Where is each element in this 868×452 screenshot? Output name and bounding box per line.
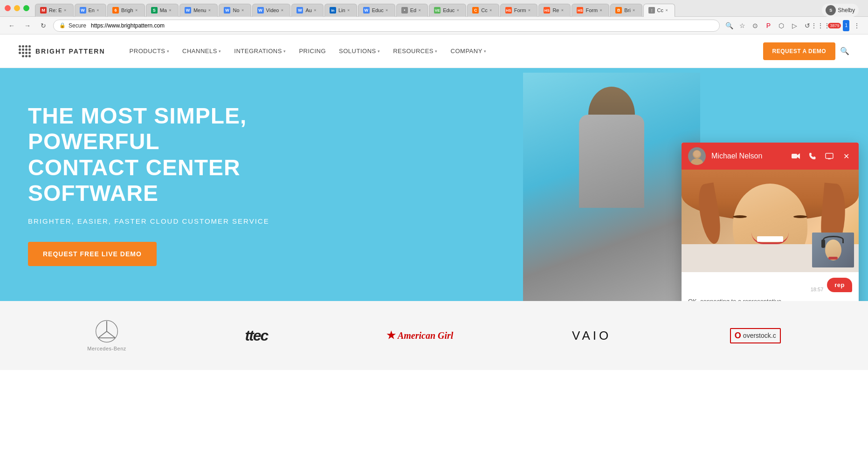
- logo-american-girl: ★ American Girl: [386, 329, 453, 342]
- nav-integrations-label: INTEGRATIONS: [234, 48, 282, 55]
- tab-label: Re: [552, 7, 559, 13]
- profile-avatar: S: [826, 5, 836, 15]
- profile-button[interactable]: S Shelby: [822, 4, 859, 17]
- tab-favicon-icon: 6: [112, 7, 119, 14]
- app-launcher-icon[interactable]: ⋮⋮⋮: [815, 20, 826, 31]
- extensions-icon[interactable]: 1: [843, 20, 849, 31]
- search-icon[interactable]: 🔍: [723, 20, 735, 31]
- tab-close-button[interactable]: ×: [95, 7, 101, 14]
- nav-channels[interactable]: CHANNELS ▾: [177, 45, 227, 57]
- tab-close-button[interactable]: ×: [62, 7, 69, 14]
- site-logo[interactable]: BRIGHT PATTERN: [19, 45, 105, 57]
- browser-tab[interactable]: VE Educ ×: [429, 4, 466, 17]
- browser-tab[interactable]: W Au ×: [291, 4, 323, 17]
- tab-label: Educ: [443, 7, 455, 13]
- search-button[interactable]: 🔍: [840, 47, 849, 55]
- tab-close-button[interactable]: ×: [167, 7, 173, 14]
- browser-tab[interactable]: W No ×: [219, 4, 251, 17]
- tab-close-button[interactable]: ×: [488, 7, 494, 14]
- hero-title: THE MOST SIMPLE, POWERFULCONTACT CENTER …: [28, 103, 331, 206]
- refresh-button[interactable]: ↻: [37, 20, 49, 32]
- tab-close-button[interactable]: ×: [416, 7, 423, 14]
- browser-tab[interactable]: B Bri ×: [610, 4, 642, 17]
- tab-close-button[interactable]: ×: [345, 7, 352, 14]
- tab-close-button[interactable]: ×: [631, 7, 637, 14]
- chevron-down-icon: ▾: [378, 49, 380, 54]
- browser-titlebar: M Re: E × W En × 6 Brigh × S Ma × W Menu…: [0, 0, 868, 17]
- browser-tab[interactable]: HS Re ×: [538, 4, 571, 17]
- video-camera-button[interactable]: [790, 150, 802, 162]
- tab-close-button[interactable]: ×: [384, 7, 390, 14]
- svg-rect-3: [792, 154, 797, 158]
- minimize-window-button[interactable]: [14, 5, 20, 11]
- browser-tab[interactable]: W En ×: [75, 4, 106, 17]
- nav-products-label: PRODUCTS: [130, 48, 165, 55]
- browser-tab[interactable]: W Educ ×: [358, 4, 395, 17]
- nav-company[interactable]: COMPANY ▾: [445, 45, 492, 57]
- tab-label: Re: E: [49, 7, 62, 13]
- browser-tab[interactable]: M Re: E ×: [35, 4, 74, 17]
- logo-text: BRIGHT PATTERN: [35, 48, 105, 55]
- chevron-down-icon: ▾: [283, 49, 286, 54]
- nav-links: PRODUCTS ▾ CHANNELS ▾ INTEGRATIONS ▾ PRI…: [124, 45, 758, 57]
- browser-tab[interactable]: in Lin ×: [324, 4, 357, 17]
- extension-icon[interactable]: ⬡: [776, 20, 787, 31]
- logo-dots-icon: [19, 45, 31, 57]
- screen-share-button[interactable]: [823, 150, 835, 162]
- browser-tab[interactable]: ⋮ Cc ×: [643, 4, 675, 17]
- browser-tab[interactable]: W Video ×: [252, 4, 291, 17]
- browser-tab[interactable]: HS Form ×: [572, 4, 609, 17]
- nav-pricing[interactable]: PRICING: [293, 45, 331, 57]
- reading-list-icon[interactable]: ⊙: [750, 20, 761, 31]
- tab-label: Ma: [160, 7, 167, 13]
- tab-close-button[interactable]: ×: [312, 7, 318, 14]
- address-bar: ← → ↻ 🔒 Secure https://www.brightpattern…: [0, 17, 868, 34]
- cast-icon[interactable]: ▷: [789, 20, 800, 31]
- address-input[interactable]: 🔒 Secure https://www.brightpattern.com: [53, 20, 720, 32]
- ttec-logo-text: ttec: [245, 327, 268, 344]
- tab-close-button[interactable]: ×: [455, 7, 461, 14]
- nav-resources[interactable]: RESOURCES ▾: [387, 45, 443, 57]
- tab-close-button[interactable]: ×: [598, 7, 604, 14]
- nav-solutions[interactable]: SOLUTIONS ▾: [333, 45, 386, 57]
- forward-button[interactable]: →: [21, 20, 34, 32]
- browser-tab[interactable]: W Menu ×: [179, 4, 218, 17]
- nav-products[interactable]: PRODUCTS ▾: [124, 45, 175, 57]
- tab-close-button[interactable]: ×: [206, 7, 213, 14]
- logo-ttec: ttec: [245, 327, 268, 344]
- logo-mercedes: Mercedes-Benz: [87, 320, 126, 351]
- request-demo-button[interactable]: REQUEST A DEMO: [763, 42, 835, 60]
- tab-label: Brigh: [121, 7, 133, 13]
- browser-tab[interactable]: S Ma ×: [146, 4, 179, 17]
- browser-tab[interactable]: C Cc ×: [467, 4, 499, 17]
- video-chat-area: 18:57 rep OK, connecting to a representa…: [682, 272, 859, 301]
- tab-close-button[interactable]: ×: [559, 7, 565, 14]
- nav-integrations[interactable]: INTEGRATIONS ▾: [228, 45, 291, 57]
- browser-tab[interactable]: • Ed ×: [396, 4, 428, 17]
- tab-favicon-icon: HS: [505, 7, 512, 14]
- tab-close-button[interactable]: ×: [526, 7, 532, 14]
- close-call-button[interactable]: ✕: [840, 150, 852, 162]
- fullscreen-window-button[interactable]: [23, 5, 29, 11]
- pinterest-icon[interactable]: P: [763, 20, 774, 31]
- browser-tab[interactable]: 6 Brigh ×: [107, 4, 145, 17]
- logo-vaio: VAIO: [572, 329, 611, 343]
- browser-tabs: M Re: E × W En × 6 Brigh × S Ma × W Menu…: [35, 0, 863, 17]
- traffic-lights: [5, 5, 29, 11]
- tab-close-button[interactable]: ×: [663, 7, 670, 14]
- bookmark-star-icon[interactable]: ☆: [737, 20, 748, 31]
- menu-icon[interactable]: ⋮: [851, 20, 862, 31]
- tab-label: Form: [514, 7, 526, 13]
- back-button[interactable]: ←: [6, 20, 18, 32]
- tab-label: Lin: [338, 7, 345, 13]
- phone-button[interactable]: [806, 150, 819, 162]
- tab-close-button[interactable]: ×: [133, 7, 140, 14]
- tab-close-button[interactable]: ×: [279, 7, 285, 14]
- tab-favicon-icon: W: [296, 7, 303, 14]
- tab-close-button[interactable]: ×: [240, 7, 246, 14]
- close-window-button[interactable]: [5, 5, 11, 11]
- chevron-down-icon: ▾: [484, 49, 487, 54]
- browser-tab[interactable]: HS Form ×: [500, 4, 538, 17]
- hero-cta-button[interactable]: REQUEST FREE LIVE DEMO: [28, 242, 157, 266]
- chat-bubble-rep: rep: [827, 278, 852, 292]
